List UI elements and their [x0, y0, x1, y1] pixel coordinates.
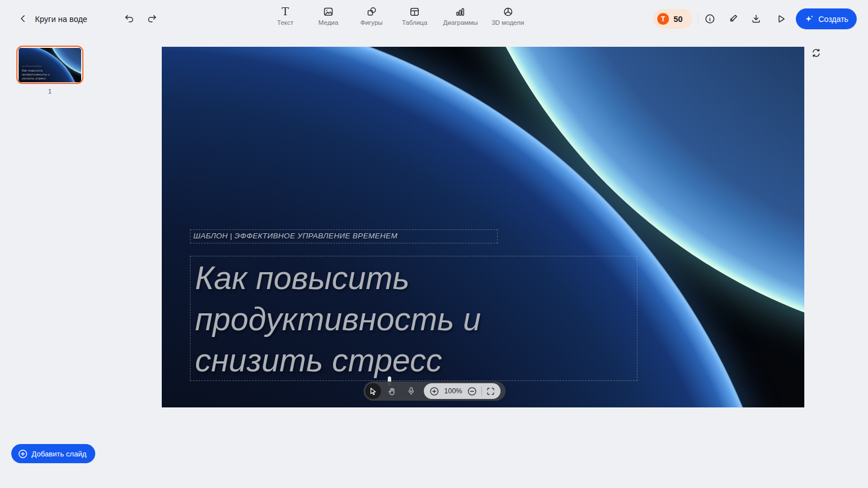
tool-label: Таблица — [402, 19, 427, 26]
tool-charts[interactable]: Диаграммы — [443, 6, 478, 33]
title-line: продуктивность и — [195, 299, 481, 340]
microphone-icon — [407, 387, 415, 396]
redo-button[interactable] — [142, 9, 161, 28]
token-icon: T — [657, 13, 669, 25]
fullscreen-button[interactable] — [486, 387, 495, 396]
cube-3d-icon — [503, 6, 513, 17]
info-button[interactable] — [700, 9, 719, 28]
fullscreen-icon — [486, 387, 495, 396]
zoom-in-button[interactable] — [429, 387, 439, 396]
tool-3d-models[interactable]: 3D модели — [491, 6, 524, 33]
zoom-out-button[interactable] — [467, 387, 477, 396]
download-button[interactable] — [746, 9, 765, 28]
regenerate-slide-button[interactable] — [809, 46, 823, 60]
tool-label: Диаграммы — [443, 19, 478, 26]
tool-label: Текст — [277, 19, 294, 26]
document-title: Круги на воде — [35, 15, 87, 24]
add-slide-button[interactable]: Добавить слайд — [11, 444, 95, 463]
zoom-divider — [481, 387, 482, 396]
redo-icon — [147, 14, 157, 24]
slide-kicker-text: ШАБЛОН | ЭФФЕКТИВНОЕ УПРАВЛЕНИЕ ВРЕМЕНЕМ — [193, 232, 397, 240]
info-icon — [705, 14, 715, 24]
zoom-level: 100% — [444, 387, 462, 395]
paintbrush-icon — [728, 14, 738, 24]
media-icon — [323, 6, 334, 17]
create-button[interactable]: Создать — [796, 8, 857, 29]
undo-button[interactable] — [119, 9, 139, 28]
play-icon — [776, 14, 786, 24]
title-text-box[interactable]: Как повысить продуктивность и снизить ст… — [190, 256, 637, 381]
refresh-icon — [811, 47, 822, 59]
credits-count: 50 — [674, 15, 683, 24]
zoom-in-icon — [429, 387, 439, 396]
topbar-divider — [698, 13, 698, 25]
back-button[interactable] — [14, 9, 33, 28]
download-icon — [751, 14, 761, 24]
presentation-editor: { "topbar": { "document_title": "Круги н… — [0, 0, 868, 488]
tool-table[interactable]: Таблица — [400, 6, 429, 33]
kicker-text-box: ШАБЛОН | ЭФФЕКТИВНОЕ УПРАВЛЕНИЕ ВРЕМЕНЕМ — [21, 65, 51, 66]
chevron-left-icon — [18, 14, 28, 24]
title-line: продуктивность и — [21, 72, 49, 76]
slide-title-text: Как повысить продуктивность и снизить ст… — [21, 68, 49, 80]
slide-number: 1 — [16, 88, 83, 95]
microphone-tool-button[interactable] — [402, 383, 419, 399]
slide-kicker-text: ШАБЛОН | ЭФФЕКТИВНОЕ УПРАВЛЕНИЕ ВРЕМЕНЕМ — [21, 65, 41, 66]
select-tool-button[interactable] — [365, 383, 381, 399]
shapes-icon — [366, 6, 377, 17]
zoom-controls: 100% — [424, 383, 501, 399]
tool-label: Фигуры — [360, 19, 383, 26]
title-line: Как повысить — [195, 258, 481, 299]
insert-tool-strip: T Текст Медиа Фигуры Таблица Диаграммы — [271, 6, 524, 33]
canvas-floating-toolbar: 100% — [364, 381, 506, 401]
add-slide-label: Добавить слайд — [32, 450, 86, 458]
create-button-label: Создать — [818, 15, 848, 24]
slide-visual: ШАБЛОН | ЭФФЕКТИВНОЕ УПРАВЛЕНИЕ ВРЕМЕНЕМ… — [162, 47, 804, 407]
pan-tool-button[interactable] — [383, 383, 400, 399]
tool-label: Медиа — [318, 19, 338, 26]
title-text-box: Как повысить продуктивность и снизить ст… — [21, 68, 64, 81]
slide-thumbnail-1[interactable]: ШАБЛОН | ЭФФЕКТИВНОЕ УПРАВЛЕНИЕ ВРЕМЕНЕМ… — [16, 46, 83, 84]
credits-balance[interactable]: T 50 — [653, 9, 692, 29]
title-line: снизить стресс — [21, 76, 49, 80]
table-icon — [409, 6, 420, 17]
tool-shapes[interactable]: Фигуры — [357, 6, 386, 33]
hand-icon — [387, 387, 397, 396]
title-line: снизить стресс — [195, 340, 481, 381]
plus-circle-icon — [18, 449, 28, 459]
undo-icon — [124, 14, 135, 24]
slide-stage[interactable]: ШАБЛОН | ЭФФЕКТИВНОЕ УПРАВЛЕНИЕ ВРЕМЕНЕМ… — [162, 47, 804, 407]
slide-visual-mini: ШАБЛОН | ЭФФЕКТИВНОЕ УПРАВЛЕНИЕ ВРЕМЕНЕМ… — [19, 48, 81, 82]
bar-chart-icon — [455, 6, 466, 17]
tool-media[interactable]: Медиа — [314, 6, 343, 33]
title-line: Как повысить — [21, 68, 49, 72]
cursor-icon — [369, 387, 377, 395]
slide-thumbnail-preview: ШАБЛОН | ЭФФЕКТИВНОЕ УПРАВЛЕНИЕ ВРЕМЕНЕМ… — [19, 48, 81, 82]
tool-text[interactable]: T Текст — [271, 6, 300, 33]
present-play-button[interactable] — [771, 9, 790, 28]
slide-title-text: Как повысить продуктивность и снизить ст… — [195, 258, 481, 381]
theme-brush-button[interactable] — [723, 9, 742, 28]
zoom-out-icon — [467, 387, 477, 396]
tool-label: 3D модели — [491, 19, 524, 26]
text-icon: T — [282, 6, 289, 17]
kicker-text-box[interactable]: ШАБЛОН | ЭФФЕКТИВНОЕ УПРАВЛЕНИЕ ВРЕМЕНЕМ — [190, 229, 498, 243]
sparkle-icon — [804, 14, 814, 24]
topbar: Круги на воде T Текст Медиа Фигуры — [0, 0, 868, 38]
